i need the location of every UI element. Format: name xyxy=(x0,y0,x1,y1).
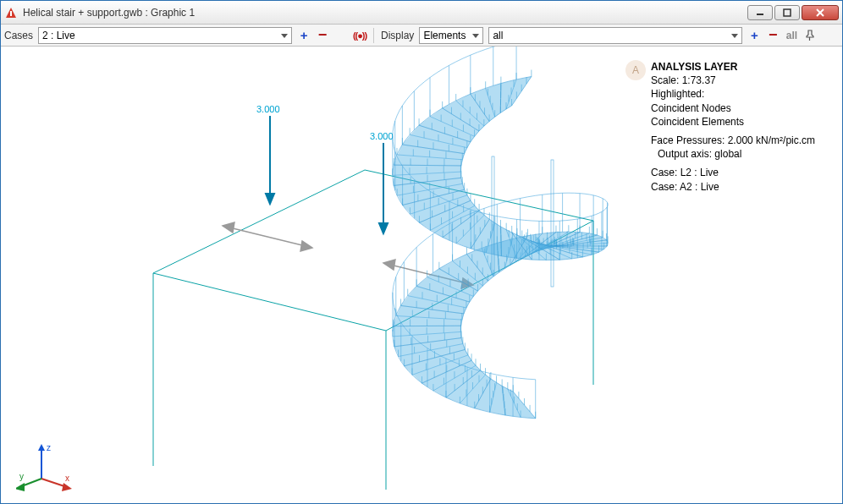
app-icon xyxy=(4,6,18,19)
cases-label: Cases xyxy=(4,30,33,41)
contract-icon[interactable] xyxy=(334,28,348,43)
overlay-coincident-elements: Coincident Elements xyxy=(651,115,834,129)
remove-case-button[interactable]: − xyxy=(316,28,329,43)
separator xyxy=(373,28,374,43)
add-case-button[interactable]: + xyxy=(297,28,311,43)
svg-line-9 xyxy=(341,36,345,39)
svg-marker-21 xyxy=(383,260,395,270)
overlay-case-l2: Case: L2 : Live xyxy=(651,166,834,179)
add-filter-button[interactable]: + xyxy=(747,28,761,43)
svg-marker-18 xyxy=(223,222,234,233)
svg-rect-2 xyxy=(784,9,791,16)
chevron-down-icon xyxy=(472,34,479,38)
filter-value: all xyxy=(493,30,503,41)
window-buttons xyxy=(746,5,839,20)
pin-icon[interactable] xyxy=(803,28,817,43)
cases-value: 2 : Live xyxy=(42,30,75,41)
svg-marker-540 xyxy=(16,483,25,491)
overlay-output-axis: Output axis: global xyxy=(651,147,834,161)
chevron-down-icon xyxy=(731,34,738,38)
svg-marker-496 xyxy=(502,386,536,418)
close-button[interactable] xyxy=(802,5,839,20)
info-overlay: ANALYSIS LAYER Scale: 1:73.37 Highlighte… xyxy=(651,60,834,194)
broadcast-icon[interactable]: ((●)) xyxy=(353,28,366,43)
svg-marker-537 xyxy=(62,483,72,491)
overlay-title: ANALYSIS LAYER xyxy=(651,60,834,74)
titlebar: Helical stair + support.gwb : Graphic 1 xyxy=(1,1,842,25)
chevron-down-icon xyxy=(281,34,288,38)
overlay-case-a2: Case: A2 : Live xyxy=(651,180,834,194)
svg-marker-16 xyxy=(379,223,388,233)
display-value: Elements xyxy=(423,30,466,41)
overlay-scale: Scale: 1:73.37 xyxy=(651,74,834,87)
overlay-face-pressures: Face Pressures: 2.000 kN/m²/pic.cm xyxy=(651,134,834,147)
svg-rect-0 xyxy=(10,11,12,16)
svg-line-17 xyxy=(229,227,306,246)
svg-text:y: y xyxy=(19,472,24,481)
svg-rect-532 xyxy=(551,160,554,287)
graphics-viewport[interactable]: 3.000 3.000 xyxy=(1,47,842,503)
svg-marker-19 xyxy=(300,241,312,251)
svg-line-8 xyxy=(341,32,345,36)
filter-dropdown[interactable]: all xyxy=(488,27,742,44)
remove-filter-button[interactable]: − xyxy=(766,28,780,43)
toolbar: Cases 2 : Live + − ((●)) Display Element… xyxy=(1,25,842,47)
all-button[interactable]: all xyxy=(785,28,798,43)
content-area: 3.000 3.000 xyxy=(1,47,842,503)
layer-badge[interactable]: A xyxy=(625,60,646,80)
svg-text:z: z xyxy=(47,443,51,452)
display-label: Display xyxy=(381,30,414,41)
svg-line-7 xyxy=(337,36,341,39)
axis-triad: z x y xyxy=(16,441,75,491)
minimize-button[interactable] xyxy=(747,5,773,20)
svg-text:x: x xyxy=(65,474,69,483)
svg-marker-534 xyxy=(38,444,45,451)
window-title: Helical stair + support.gwb : Graphic 1 xyxy=(23,7,746,19)
display-dropdown[interactable]: Elements xyxy=(419,27,483,44)
maximize-button[interactable] xyxy=(774,5,800,20)
svg-line-6 xyxy=(337,32,341,36)
overlay-highlighted: Highlighted: xyxy=(651,87,834,101)
svg-marker-14 xyxy=(266,194,274,204)
cases-dropdown[interactable]: 2 : Live xyxy=(38,27,292,44)
overlay-coincident-nodes: Coincident Nodes xyxy=(651,101,834,115)
